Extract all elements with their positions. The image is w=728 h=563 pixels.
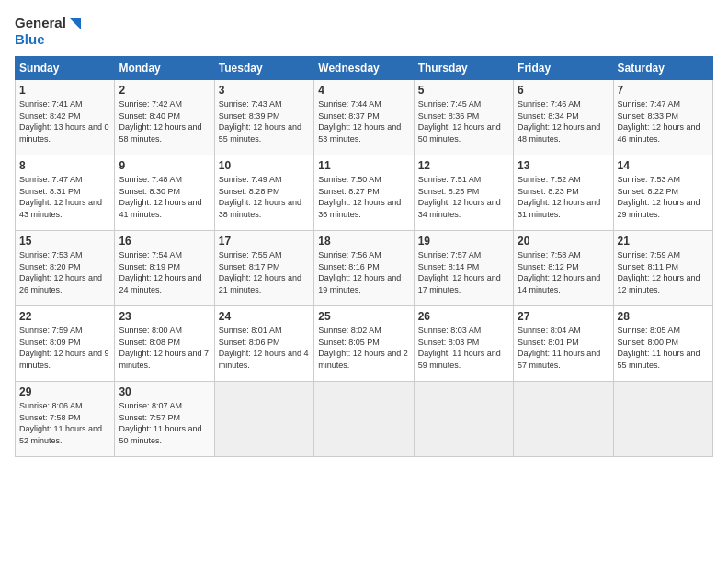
calendar-row: 15 Sunrise: 7:53 AMSunset: 8:20 PMDaylig… — [16, 231, 713, 306]
calendar-cell — [414, 382, 513, 457]
calendar-row: 22 Sunrise: 7:59 AMSunset: 8:09 PMDaylig… — [16, 306, 713, 382]
calendar-cell: 4 Sunrise: 7:44 AMSunset: 8:37 PMDayligh… — [314, 80, 414, 155]
day-number: 7 — [618, 84, 709, 97]
day-number: 17 — [219, 235, 310, 247]
day-number: 25 — [318, 310, 409, 323]
day-number: 5 — [418, 84, 509, 97]
day-number: 4 — [318, 84, 409, 97]
day-number: 13 — [518, 159, 609, 172]
calendar-cell: 26 Sunrise: 8:03 AMSunset: 8:03 PMDaylig… — [414, 306, 513, 382]
day-number: 15 — [19, 235, 110, 247]
day-number: 29 — [19, 385, 110, 398]
day-number: 30 — [119, 385, 210, 398]
calendar-cell: 2 Sunrise: 7:42 AMSunset: 8:40 PMDayligh… — [115, 80, 214, 155]
calendar-cell: 7 Sunrise: 7:47 AMSunset: 8:33 PMDayligh… — [613, 80, 712, 155]
calendar-body: 1 Sunrise: 7:41 AMSunset: 8:42 PMDayligh… — [16, 80, 713, 457]
calendar-cell: 17 Sunrise: 7:55 AMSunset: 8:17 PMDaylig… — [214, 231, 313, 306]
cell-details: Sunrise: 7:41 AMSunset: 8:42 PMDaylight:… — [19, 99, 109, 144]
cell-details: Sunrise: 7:48 AMSunset: 8:30 PMDaylight:… — [119, 175, 201, 219]
cell-details: Sunrise: 7:58 AMSunset: 8:12 PMDaylight:… — [518, 250, 600, 294]
calendar-cell: 19 Sunrise: 7:57 AMSunset: 8:14 PMDaylig… — [414, 231, 513, 306]
cell-details: Sunrise: 8:03 AMSunset: 8:03 PMDaylight:… — [418, 326, 501, 370]
cell-details: Sunrise: 8:00 AMSunset: 8:08 PMDaylight:… — [119, 326, 209, 370]
cell-details: Sunrise: 7:54 AMSunset: 8:19 PMDaylight:… — [119, 250, 201, 294]
page-container: General Blue Sunday Monday Tuesday Wedne… — [0, 0, 728, 466]
day-number: 9 — [119, 159, 210, 172]
day-number: 22 — [19, 310, 110, 323]
calendar-cell: 29 Sunrise: 8:06 AMSunset: 7:58 PMDaylig… — [16, 382, 115, 457]
day-number: 23 — [119, 310, 210, 323]
cell-details: Sunrise: 7:55 AMSunset: 8:17 PMDaylight:… — [219, 250, 301, 294]
calendar-cell: 10 Sunrise: 7:49 AMSunset: 8:28 PMDaylig… — [214, 155, 313, 231]
calendar-table: Sunday Monday Tuesday Wednesday Thursday… — [15, 56, 713, 457]
calendar-cell — [514, 382, 613, 457]
calendar-cell: 12 Sunrise: 7:51 AMSunset: 8:25 PMDaylig… — [414, 155, 513, 231]
calendar-cell: 24 Sunrise: 8:01 AMSunset: 8:06 PMDaylig… — [214, 306, 313, 382]
cell-details: Sunrise: 7:59 AMSunset: 8:11 PMDaylight:… — [618, 250, 700, 294]
cell-details: Sunrise: 7:45 AMSunset: 8:36 PMDaylight:… — [418, 99, 501, 144]
day-number: 3 — [219, 84, 310, 97]
cell-details: Sunrise: 7:56 AMSunset: 8:16 PMDaylight:… — [318, 250, 401, 294]
cell-details: Sunrise: 7:51 AMSunset: 8:25 PMDaylight:… — [418, 175, 501, 219]
day-number: 28 — [618, 310, 709, 323]
calendar-cell: 14 Sunrise: 7:53 AMSunset: 8:22 PMDaylig… — [613, 155, 712, 231]
cell-details: Sunrise: 7:52 AMSunset: 8:23 PMDaylight:… — [518, 175, 600, 219]
day-number: 8 — [19, 159, 110, 172]
day-number: 27 — [518, 310, 609, 323]
day-number: 26 — [418, 310, 509, 323]
calendar-cell: 5 Sunrise: 7:45 AMSunset: 8:36 PMDayligh… — [414, 80, 513, 155]
calendar-cell: 13 Sunrise: 7:52 AMSunset: 8:23 PMDaylig… — [514, 155, 613, 231]
cell-details: Sunrise: 7:44 AMSunset: 8:37 PMDaylight:… — [318, 99, 401, 144]
cell-details: Sunrise: 7:49 AMSunset: 8:28 PMDaylight:… — [219, 175, 301, 219]
cell-details: Sunrise: 7:57 AMSunset: 8:14 PMDaylight:… — [418, 250, 501, 294]
cell-details: Sunrise: 7:43 AMSunset: 8:39 PMDaylight:… — [219, 99, 301, 144]
day-number: 20 — [518, 235, 609, 247]
calendar-cell: 16 Sunrise: 7:54 AMSunset: 8:19 PMDaylig… — [115, 231, 214, 306]
calendar-header: Sunday Monday Tuesday Wednesday Thursday… — [16, 57, 713, 80]
header: General Blue — [15, 15, 713, 47]
day-number: 12 — [418, 159, 509, 172]
cell-details: Sunrise: 7:42 AMSunset: 8:40 PMDaylight:… — [119, 99, 201, 144]
col-thursday: Thursday — [414, 57, 513, 80]
cell-details: Sunrise: 8:06 AMSunset: 7:58 PMDaylight:… — [19, 401, 102, 445]
calendar-cell: 1 Sunrise: 7:41 AMSunset: 8:42 PMDayligh… — [16, 80, 115, 155]
calendar-cell: 23 Sunrise: 8:00 AMSunset: 8:08 PMDaylig… — [115, 306, 214, 382]
cell-details: Sunrise: 7:53 AMSunset: 8:22 PMDaylight:… — [618, 175, 700, 219]
day-number: 2 — [119, 84, 210, 97]
cell-details: Sunrise: 8:05 AMSunset: 8:00 PMDaylight:… — [618, 326, 700, 370]
svg-marker-0 — [70, 18, 81, 29]
cell-details: Sunrise: 7:53 AMSunset: 8:20 PMDaylight:… — [19, 250, 102, 294]
calendar-cell: 8 Sunrise: 7:47 AMSunset: 8:31 PMDayligh… — [16, 155, 115, 231]
col-tuesday: Tuesday — [214, 57, 313, 80]
calendar-row: 1 Sunrise: 7:41 AMSunset: 8:42 PMDayligh… — [16, 80, 713, 155]
calendar-row: 8 Sunrise: 7:47 AMSunset: 8:31 PMDayligh… — [16, 155, 713, 231]
calendar-row: 29 Sunrise: 8:06 AMSunset: 7:58 PMDaylig… — [16, 382, 713, 457]
day-number: 1 — [19, 84, 110, 97]
calendar-cell: 20 Sunrise: 7:58 AMSunset: 8:12 PMDaylig… — [514, 231, 613, 306]
calendar-cell: 21 Sunrise: 7:59 AMSunset: 8:11 PMDaylig… — [613, 231, 712, 306]
calendar-cell: 6 Sunrise: 7:46 AMSunset: 8:34 PMDayligh… — [514, 80, 613, 155]
calendar-cell: 11 Sunrise: 7:50 AMSunset: 8:27 PMDaylig… — [314, 155, 414, 231]
cell-details: Sunrise: 7:47 AMSunset: 8:33 PMDaylight:… — [618, 99, 700, 144]
cell-details: Sunrise: 8:01 AMSunset: 8:06 PMDaylight:… — [219, 326, 309, 370]
day-number: 6 — [518, 84, 609, 97]
logo: General Blue — [15, 15, 83, 47]
col-monday: Monday — [115, 57, 214, 80]
header-row: Sunday Monday Tuesday Wednesday Thursday… — [16, 57, 713, 80]
calendar-cell — [613, 382, 712, 457]
calendar-cell: 25 Sunrise: 8:02 AMSunset: 8:05 PMDaylig… — [314, 306, 414, 382]
col-friday: Friday — [514, 57, 613, 80]
cell-details: Sunrise: 8:04 AMSunset: 8:01 PMDaylight:… — [518, 326, 600, 370]
calendar-cell: 30 Sunrise: 8:07 AMSunset: 7:57 PMDaylig… — [115, 382, 214, 457]
col-wednesday: Wednesday — [314, 57, 414, 80]
calendar-cell: 28 Sunrise: 8:05 AMSunset: 8:00 PMDaylig… — [613, 306, 712, 382]
calendar-cell: 22 Sunrise: 7:59 AMSunset: 8:09 PMDaylig… — [16, 306, 115, 382]
day-number: 14 — [618, 159, 709, 172]
cell-details: Sunrise: 7:47 AMSunset: 8:31 PMDaylight:… — [19, 175, 102, 219]
calendar-cell — [214, 382, 313, 457]
day-number: 16 — [119, 235, 210, 247]
calendar-cell: 27 Sunrise: 8:04 AMSunset: 8:01 PMDaylig… — [514, 306, 613, 382]
col-sunday: Sunday — [16, 57, 115, 80]
col-saturday: Saturday — [613, 57, 712, 80]
calendar-cell: 18 Sunrise: 7:56 AMSunset: 8:16 PMDaylig… — [314, 231, 414, 306]
